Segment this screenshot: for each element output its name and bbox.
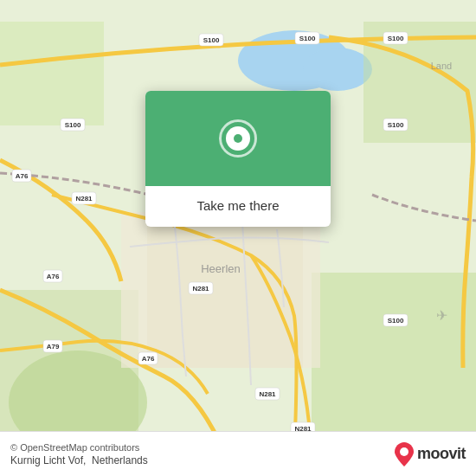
moovit-logo: moovit	[395, 442, 466, 466]
svg-text:N281: N281	[75, 195, 93, 203]
popup-card: Take me there	[145, 91, 331, 227]
take-me-there-button[interactable]: Take me there	[159, 195, 317, 216]
svg-text:N281: N281	[259, 390, 276, 398]
svg-text:S100: S100	[388, 35, 404, 42]
location-pin	[219, 119, 257, 158]
moovit-brand-text: moovit	[417, 445, 466, 463]
svg-text:Heerlen: Heerlen	[201, 262, 241, 275]
svg-text:S100: S100	[388, 121, 404, 129]
map-container: S100 S100 S100 S100 S100 S100 A76 A76 A7…	[0, 0, 476, 476]
svg-rect-5	[312, 273, 476, 454]
moovit-pin-icon	[395, 442, 414, 466]
svg-text:S100: S100	[65, 121, 81, 129]
pin-inner-circle	[226, 126, 250, 151]
bottom-bar: © OpenStreetMap contributors Kurnig Lich…	[0, 431, 476, 476]
svg-rect-3	[0, 22, 104, 125]
popup-map-area	[145, 91, 331, 186]
pin-outer-ring	[219, 119, 257, 158]
svg-text:N281: N281	[192, 285, 209, 293]
place-name-text: Kurnig Licht Vof,	[10, 454, 86, 466]
svg-text:Land: Land	[431, 61, 452, 71]
svg-text:✈: ✈	[436, 308, 447, 323]
pin-dot	[234, 134, 242, 143]
svg-text:A79: A79	[47, 343, 60, 351]
popup-action-area: Take me there	[145, 186, 331, 227]
svg-text:A76: A76	[47, 273, 60, 280]
svg-text:S100: S100	[203, 36, 220, 44]
svg-text:A76: A76	[142, 355, 155, 363]
svg-text:S100: S100	[299, 35, 316, 42]
map-attribution: © OpenStreetMap contributors	[10, 442, 148, 453]
place-name: Kurnig Licht Vof, Netherlands	[10, 454, 148, 466]
svg-text:A76: A76	[16, 172, 29, 180]
svg-point-2	[303, 48, 372, 91]
svg-point-41	[400, 447, 408, 456]
svg-text:S100: S100	[388, 317, 404, 325]
country-text: Netherlands	[92, 454, 148, 466]
